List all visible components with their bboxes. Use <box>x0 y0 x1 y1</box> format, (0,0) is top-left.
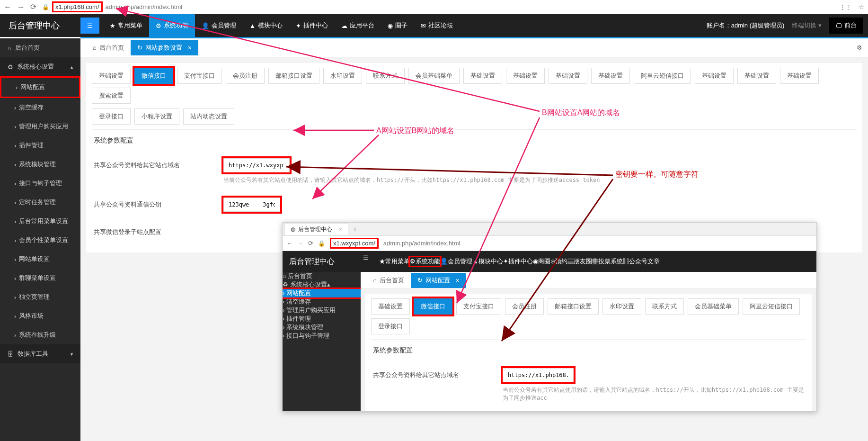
sidebar-item-site-config[interactable]: ›网站配置 <box>0 76 80 98</box>
tab-mail[interactable]: 邮箱接口设置 <box>268 68 319 84</box>
sidebar-home[interactable]: ⌂后台首页 <box>0 38 80 57</box>
inner-menu-moments[interactable]: ▤朋友圈 <box>567 257 592 266</box>
tab-contact[interactable]: 联系方式 <box>366 68 405 84</box>
tab-base-7[interactable]: 基础设置 <box>737 68 776 84</box>
sidebar-item-plugin[interactable]: ›插件管理 <box>0 136 80 155</box>
inner-tab-member-menu[interactable]: 会员基础菜单 <box>688 298 739 315</box>
inner-tab-home[interactable]: ⌂ 后台首页 <box>366 273 411 288</box>
inner-tab-base[interactable]: 基础设置 <box>371 298 410 315</box>
inner-tab-alipay[interactable]: 支付宝接口 <box>456 298 501 315</box>
config-tabs-row2: 登录接口 小程序设置 站内动态设置 <box>92 108 857 125</box>
sidebar-item-site-menu[interactable]: ›网站单设置 <box>0 250 80 269</box>
sidebar-item-cron[interactable]: ›定时任务管理 <box>0 193 80 212</box>
tab-base-8[interactable]: 基础设置 <box>780 68 819 84</box>
tab-wechat[interactable]: 微信接口 <box>134 68 173 84</box>
inner-tab-wechat[interactable]: 微信接口 <box>414 298 452 315</box>
inner-menu-module[interactable]: ▲模块中心 <box>472 257 503 266</box>
inner-menu-reserve[interactable]: ⊙预约 <box>550 257 567 266</box>
menu-module[interactable]: ▲模块中心 <box>243 14 289 37</box>
star-icon[interactable]: ☆ <box>859 3 864 10</box>
reload-icon[interactable]: ⟳ <box>30 2 36 11</box>
inner-sidebar-home[interactable]: ⌂ 后台首页 <box>283 272 361 280</box>
inner-sidebar-clear-cache[interactable]: › 清空缓存 <box>283 297 361 306</box>
tab-search[interactable]: 搜索设置 <box>92 88 131 104</box>
inner-menu-plugin[interactable]: ✦插件中心 <box>503 257 533 266</box>
inner-tab-config[interactable]: ↻ 网站配置× <box>411 273 466 288</box>
inner-sidebar-toggle[interactable]: ☰ <box>363 254 379 269</box>
sidebar-item-hook[interactable]: ›接口与钩子管理 <box>0 174 80 193</box>
sidebar-item-module[interactable]: ›系统模块管理 <box>0 155 80 174</box>
inner-sidebar-hook[interactable]: › 接口与钩子管理 <box>283 332 361 340</box>
sidebar-item-backend-menu[interactable]: ›后台常用菜单设置 <box>0 212 80 231</box>
sidebar-item-online-upgrade[interactable]: ›系统在线升级 <box>0 325 80 344</box>
menu-forum[interactable]: ✉社区论坛 <box>414 14 460 37</box>
sidebar-item-clear-cache[interactable]: ›清空缓存 <box>0 98 80 117</box>
menu-member[interactable]: 👤会员管理 <box>195 14 243 37</box>
sidebar-item-member-menu[interactable]: ›会员个性菜单设置 <box>0 231 80 250</box>
inner-browser-tab[interactable]: ◍后台管理中心× <box>284 224 348 235</box>
tab-base-5[interactable]: 基础设置 <box>591 68 630 84</box>
tab-base-6[interactable]: 基础设置 <box>695 68 734 84</box>
tab-watermark[interactable]: 水印设置 <box>323 68 362 84</box>
inner-input-domain[interactable] <box>503 368 574 382</box>
new-tab-button[interactable]: + <box>348 225 362 233</box>
menu-system[interactable]: ⚙系统功能 <box>149 14 195 37</box>
tab-base-3[interactable]: 基础设置 <box>506 68 545 84</box>
close-icon[interactable]: × <box>188 44 192 52</box>
close-icon[interactable]: × <box>339 226 342 233</box>
inner-tab-watermark[interactable]: 水印设置 <box>602 298 641 315</box>
forward-icon[interactable]: → <box>297 240 303 247</box>
inner-sidebar-site-config[interactable]: › 网站配置 <box>283 289 361 297</box>
inner-tab-aliyun[interactable]: 阿里云短信接口 <box>743 298 800 315</box>
tab-site-params[interactable]: ↻网站参数设置× <box>131 40 198 55</box>
sidebar-group-database[interactable]: 🗄数据库工具▾ <box>0 344 80 363</box>
sidebar-item-group-chat[interactable]: ›群聊菜单设置 <box>0 269 80 288</box>
inner-tab-contact[interactable]: 联系方式 <box>645 298 684 315</box>
tab-member-menu[interactable]: 会员基础菜单 <box>408 68 460 84</box>
reload-icon[interactable]: ⟳ <box>308 240 313 247</box>
inner-menu-system[interactable]: ⚙系统功能 <box>410 257 440 266</box>
tab-aliyun-sms[interactable]: 阿里云短信接口 <box>634 68 691 84</box>
tab-home[interactable]: ⌂后台首页 <box>86 40 131 55</box>
menu-common[interactable]: ★常用菜单 <box>103 14 149 37</box>
inner-sidebar-user-buy[interactable]: › 管理用户购买应用 <box>283 306 361 315</box>
tab-base-4[interactable]: 基础设置 <box>549 68 587 84</box>
menu-app[interactable]: ☁应用平台 <box>335 14 381 37</box>
inner-menu-common[interactable]: ★常用菜单 <box>379 257 410 266</box>
sidebar-toggle-button[interactable]: ☰ <box>80 18 99 34</box>
inner-tab-register[interactable]: 会员注册 <box>505 298 544 315</box>
sidebar-item-theme-market[interactable]: ›风格市场 <box>0 306 80 325</box>
menu-plugin[interactable]: ✦插件中心 <box>289 14 335 37</box>
input-pubkey[interactable] <box>223 198 280 212</box>
input-domain[interactable] <box>223 158 290 172</box>
forward-icon[interactable]: → <box>17 3 25 11</box>
tab-feed[interactable]: 站内动态设置 <box>183 108 234 125</box>
tab-alipay[interactable]: 支付宝接口 <box>177 68 222 84</box>
sidebar-item-user-buy[interactable]: ›管理用户购买应用 <box>0 117 80 136</box>
inner-tab-mail[interactable]: 邮箱接口设置 <box>548 298 599 315</box>
inner-menu-vote[interactable]: ▦投票系统 <box>592 257 623 266</box>
tab-base-1[interactable]: 基础设置 <box>92 68 131 84</box>
inner-sidebar-group[interactable]: ♻ 系统核心设置▴ <box>283 280 361 289</box>
menu-circle[interactable]: ◉圈子 <box>381 14 414 37</box>
sidebar-group-system[interactable]: ♻系统核心设置▴ <box>0 57 80 76</box>
inner-menu-member[interactable]: 👤会员管理 <box>440 257 472 266</box>
gear-icon[interactable]: ⚙ <box>857 44 862 51</box>
front-button[interactable]: 🖵前台 <box>829 18 863 34</box>
sidebar-item-standalone[interactable]: ›独立页管理 <box>0 288 80 306</box>
tab-miniapp[interactable]: 小程序设置 <box>134 108 179 125</box>
tab-login[interactable]: 登录接口 <box>92 108 131 125</box>
inner-sidebar-module[interactable]: › 系统模块管理 <box>283 323 361 332</box>
tab-register[interactable]: 会员注册 <box>226 68 265 84</box>
tab-base-2[interactable]: 基础设置 <box>463 68 502 84</box>
back-icon[interactable]: ← <box>4 3 11 11</box>
inner-tab-login[interactable]: 登录接口 <box>371 318 410 334</box>
terminal-switch[interactable]: 终端切换 ▾ <box>792 21 822 30</box>
inner-sidebar-plugin[interactable]: › 插件管理 <box>283 315 361 323</box>
translate-icon[interactable]: ⋮⋮ <box>840 3 852 10</box>
inner-menu-business[interactable]: ◉商圈 <box>533 257 550 266</box>
back-icon[interactable]: ← <box>286 240 292 247</box>
inner-menu-mp-article[interactable]: ▥公众号文章 <box>623 257 660 266</box>
close-icon[interactable]: × <box>456 277 460 284</box>
chevron-right-icon: › <box>14 218 16 225</box>
